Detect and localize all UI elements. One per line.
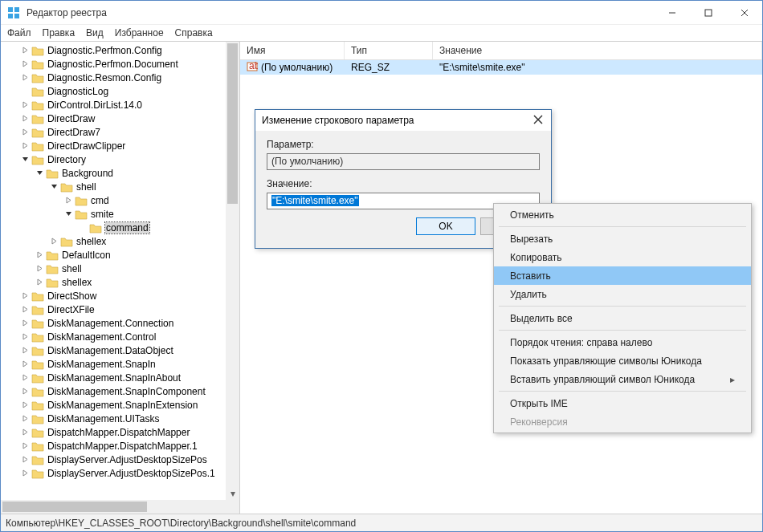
tree-node[interactable]: DiskManagement.Control <box>1 330 239 343</box>
chevron-right-icon[interactable] <box>49 237 59 246</box>
scroll-thumb[interactable] <box>227 43 238 204</box>
chevron-down-icon[interactable] <box>63 209 73 219</box>
tree-node[interactable]: DefaultIcon <box>1 248 239 262</box>
chevron-right-icon[interactable] <box>35 264 44 274</box>
chevron-right-icon[interactable] <box>20 291 30 301</box>
chevron-right-icon[interactable] <box>20 359 30 369</box>
tree-node[interactable]: DiskManagement.SnapInAbout <box>1 371 239 384</box>
tree-node[interactable]: DirectDrawClipper <box>1 139 239 152</box>
close-button[interactable] <box>726 1 762 25</box>
tree-node[interactable]: shellex <box>1 234 239 248</box>
chevron-right-icon[interactable] <box>35 278 44 287</box>
tree-node[interactable]: DiskManagement.Connection <box>1 316 239 330</box>
chevron-right-icon[interactable] <box>20 455 30 465</box>
tree-node[interactable]: DisplayServer.AdjustDesktopSizePos <box>1 453 239 466</box>
menu-view[interactable]: Вид <box>86 27 104 39</box>
col-type[interactable]: Тип <box>345 42 433 59</box>
chevron-right-icon[interactable] <box>20 46 30 55</box>
ok-button[interactable]: OK <box>416 217 475 235</box>
tree-node[interactable]: DispatchMapper.DispatchMapper.1 <box>1 439 239 453</box>
chevron-right-icon[interactable] <box>20 469 30 478</box>
value-row[interactable]: ab (По умолчанию) REG_SZ "E:\smite\smite… <box>240 60 762 75</box>
tree-node[interactable]: DiskManagement.UITasks <box>1 412 239 425</box>
tree-node[interactable]: DirControl.DirList.14.0 <box>1 98 239 112</box>
tree-node[interactable]: Diagnostic.Perfmon.Document <box>1 57 239 71</box>
tree-node[interactable]: shell <box>1 180 239 193</box>
tree-pane[interactable]: Diagnostic.Perfmon.ConfigDiagnostic.Perf… <box>1 42 240 514</box>
tree-node[interactable]: shell <box>1 262 239 275</box>
folder-icon <box>31 140 44 152</box>
tree-node-label: Diagnostic.Perfmon.Config <box>47 45 162 56</box>
svg-rect-1 <box>14 7 19 12</box>
chevron-right-icon[interactable] <box>63 196 73 205</box>
chevron-right-icon[interactable] <box>20 373 30 383</box>
tree-node-label: shell <box>62 263 82 274</box>
chevron-right-icon[interactable] <box>20 59 30 69</box>
tree-node[interactable]: DispatchMapper.DispatchMapper <box>1 425 239 439</box>
tree-node[interactable]: DiagnosticLog <box>1 84 239 98</box>
chevron-right-icon[interactable] <box>20 400 30 410</box>
ctx-delete[interactable]: Удалить <box>494 285 751 303</box>
chevron-right-icon[interactable] <box>20 128 30 137</box>
tree-node[interactable]: DirectDraw7 <box>1 125 239 139</box>
tree-node[interactable]: DiskManagement.SnapInExtension <box>1 398 239 412</box>
tree-node-label: DirectDraw <box>47 113 95 124</box>
chevron-down-icon[interactable] <box>49 182 59 192</box>
chevron-right-icon[interactable] <box>20 387 30 396</box>
chevron-right-icon[interactable] <box>20 332 30 342</box>
ctx-openime[interactable]: Открыть IME <box>494 394 751 412</box>
chevron-right-icon[interactable] <box>20 414 30 424</box>
ctx-selectall[interactable]: Выделить все <box>494 309 751 327</box>
ctx-copy[interactable]: Копировать <box>494 248 751 266</box>
ctx-cut[interactable]: Вырезать <box>494 229 751 248</box>
tree-node[interactable]: cmd <box>1 193 239 207</box>
col-name[interactable]: Имя <box>240 42 345 59</box>
chevron-right-icon[interactable] <box>20 305 30 315</box>
maximize-button[interactable] <box>690 1 726 25</box>
tree-hscrollbar[interactable] <box>1 500 226 514</box>
tree-node[interactable]: Background <box>1 166 239 180</box>
folder-icon <box>75 195 88 206</box>
minimize-button[interactable] <box>654 1 690 25</box>
menu-favorites[interactable]: Избранное <box>115 27 164 39</box>
chevron-right-icon[interactable] <box>20 428 30 437</box>
tree-node[interactable]: smite <box>1 207 239 221</box>
menu-file[interactable]: Файл <box>7 27 31 39</box>
tree-node[interactable]: Diagnostic.Perfmon.Config <box>1 43 239 57</box>
chevron-right-icon[interactable] <box>35 250 44 260</box>
chevron-down-icon[interactable] <box>20 155 30 164</box>
tree-node[interactable]: DiskManagement.SnapIn <box>1 357 239 371</box>
chevron-right-icon[interactable] <box>20 73 30 83</box>
folder-icon <box>75 209 88 220</box>
tree-node[interactable]: Diagnostic.Resmon.Config <box>1 71 239 84</box>
menu-edit[interactable]: Правка <box>43 27 75 39</box>
tree-node-selected[interactable]: command <box>1 221 239 234</box>
menu-help[interactable]: Справка <box>175 27 213 39</box>
chevron-right-icon[interactable] <box>20 141 30 151</box>
tree-node[interactable]: DirectShow <box>1 289 239 303</box>
chevron-down-icon[interactable] <box>35 169 44 178</box>
ctx-insertuni[interactable]: Вставить управляющий символ Юникода▸ <box>494 370 751 388</box>
chevron-right-icon[interactable] <box>20 319 30 328</box>
chevron-right-icon[interactable] <box>20 441 30 451</box>
chevron-right-icon[interactable] <box>20 114 30 124</box>
chevron-right-icon[interactable] <box>20 100 30 110</box>
tree-node[interactable]: DisplayServer.AdjustDesktopSizePos.1 <box>1 466 239 480</box>
tree-vscrollbar[interactable]: ▴ ▾ <box>226 42 239 514</box>
hscroll-thumb[interactable] <box>2 502 147 512</box>
tree-node[interactable]: DiskManagement.DataObject <box>1 343 239 357</box>
chevron-right-icon[interactable] <box>20 346 30 355</box>
tree-node[interactable]: DirectXFile <box>1 303 239 316</box>
chevron-right-icon: ▸ <box>730 374 735 385</box>
col-value[interactable]: Значение <box>433 42 762 59</box>
scroll-down-icon[interactable]: ▾ <box>226 486 239 500</box>
ctx-rtl[interactable]: Порядок чтения: справа налево <box>494 333 751 351</box>
dialog-close-button[interactable] <box>533 115 545 126</box>
tree-node[interactable]: Directory <box>1 152 239 166</box>
tree-node[interactable]: DirectDraw <box>1 112 239 125</box>
ctx-undo[interactable]: Отменить <box>494 205 751 224</box>
ctx-showuni[interactable]: Показать управляющие символы Юникода <box>494 351 751 370</box>
tree-node[interactable]: DiskManagement.SnapInComponent <box>1 384 239 398</box>
ctx-paste[interactable]: Вставить <box>494 266 751 285</box>
tree-node[interactable]: shellex <box>1 275 239 289</box>
